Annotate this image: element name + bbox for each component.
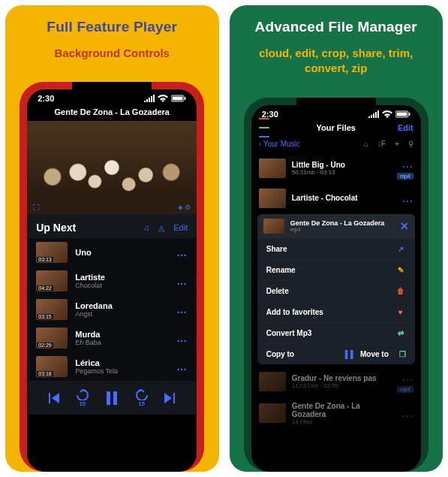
file-title: Little Big - Uno [292,161,391,169]
screen-title: Your Files [317,123,356,132]
action-label: Share [266,245,287,253]
video-area[interactable]: ⛶ ◈ ⚙ [27,121,197,214]
next-track-button[interactable] [163,391,176,405]
format-badge: mp4 [397,386,413,393]
screen: 2:30 Gente De Zona - La Gozadera ⛶ ◈ ⚙ U… [27,89,197,472]
prev-track-button[interactable] [47,391,61,405]
queue-sub: Chocolat [75,282,169,289]
search-icon[interactable]: ⚲ [408,140,413,148]
now-playing-bar: Gente De Zona - La Gozadera [27,104,197,121]
skip-back-button[interactable]: 15 [75,388,90,407]
queue-row[interactable]: 03:15LoredanaAngst… [27,295,197,324]
back-crumb[interactable]: ‹ Your Music [259,140,300,148]
airplay-small-icon[interactable]: ◬ [158,223,164,233]
more-icon[interactable]: … [401,370,413,384]
file-row[interactable]: Gradur - Ne reviens pas113.61mb · 03:59…… [251,366,421,397]
wifi-icon [382,110,392,118]
share-icon: ↗ [395,245,406,253]
queue-sub: Angst [75,310,169,318]
more-icon[interactable]: … [176,361,188,373]
file-meta: 50.31mb · 03:13 [292,169,391,176]
copy-to-button[interactable]: Copy to [266,350,336,358]
more-icon[interactable]: … [401,192,413,205]
popup-sub: mp4 [290,227,394,232]
file-row[interactable]: Lartiste - Chocolat… [251,184,421,213]
file-row[interactable]: Little Big - Uno50.31mb · 03:13…mp4 [251,152,421,184]
queue-thumb: 03:13 [36,242,68,263]
action-trash[interactable]: Delete🗑 [257,280,415,301]
queue-title: Lartiste [75,273,169,282]
player-controls: 15 15 [27,381,197,415]
action-label: Convert Mp3 [266,329,312,337]
file-list-bottom: Gradur - Ne reviens pas113.61mb · 03:59…… [251,366,421,430]
queue-sub: Pegamos Tela [75,367,169,375]
queue-title: Lérica [75,358,169,367]
svg-rect-2 [185,97,186,100]
notch [296,98,376,114]
airplay-icon[interactable]: ◈ ⚙ [178,204,191,211]
more-icon[interactable]: … [176,246,188,258]
phone-frame: 2:30 Gente De Zona - La Gozadera ⛶ ◈ ⚙ U… [20,82,204,472]
action-share[interactable]: Share↗ [257,238,415,259]
file-list-top: Little Big - Uno50.31mb · 03:13…mp4Larti… [251,152,421,213]
filter-icon[interactable] [259,118,269,137]
up-next-header: Up Next ♫ ◬ Edit [27,214,197,238]
video-thumbnail [27,121,197,214]
up-next-list: 03:13Uno…04:22LartisteChocolat…03:15Lore… [27,238,197,381]
pause-button[interactable] [104,390,120,406]
status-time: 2:30 [38,94,54,103]
file-thumb [259,158,286,178]
subline: Background Controls [55,46,170,61]
svg-rect-4 [396,112,407,116]
shuffle-icon[interactable]: ♫ [143,223,149,232]
queue-row[interactable]: 03:13Uno… [27,238,197,267]
queue-thumb: 04:22 [36,270,68,291]
queue-thumb: 02:29 [36,328,68,349]
queue-title: Murda [75,330,169,339]
queue-row[interactable]: 02:29MurdaEh Baba… [27,324,197,352]
skip-fwd-button[interactable]: 15 [134,388,149,407]
file-title: Gradur - Ne reviens pas [292,374,391,382]
edit-link[interactable]: Edit [173,223,188,232]
action-label: Add to favorites [266,308,323,316]
action-pencil[interactable]: Rename✎ [257,259,415,280]
edit-link[interactable]: Edit [398,123,413,132]
action-sheet: Gente De Zona - La Gozadera mp4 ✕ Share↗… [257,214,415,364]
now-playing-title: Gente De Zona - La Gozadera [55,107,170,116]
breadcrumb-bar: ‹ Your Music ⌂ ↓F + ⚲ [251,137,421,152]
promo-panel-files: Advanced File Manager cloud, edit, crop,… [230,5,443,472]
more-icon[interactable]: … [176,275,188,287]
home-icon[interactable]: ⌂ [364,140,368,148]
queue-title: Uno [75,248,169,257]
file-thumb [259,372,286,391]
more-icon[interactable]: … [176,332,188,344]
wifi-icon [158,95,168,102]
action-heart[interactable]: Add to favorites♥ [257,301,415,322]
queue-sub: Eh Baba [75,339,169,346]
battery-icon [395,110,410,118]
more-icon[interactable]: … [176,303,188,315]
move-to-button[interactable]: ▌▌Move to❐ [336,350,406,358]
more-icon[interactable]: … [401,157,413,171]
screen: 2:30 Your Files Edit ‹ Your Music ⌂ ↓F [251,105,421,472]
up-next-label: Up Next [36,222,76,234]
heart-icon: ♥ [395,308,406,316]
popup-title: Gente De Zona - La Gozadera [290,219,394,227]
queue-row[interactable]: 03:18LéricaPegamos Tela… [27,352,197,381]
file-row[interactable]: Gente De Zona - La Gozadera14 Files… [251,397,421,430]
fullscreen-icon[interactable]: ⛶ [33,204,40,211]
convert-icon: ⇄ [395,329,406,337]
headline: Full Feature Player [47,19,177,35]
add-icon[interactable]: + [395,140,399,148]
queue-thumb: 03:18 [36,356,68,377]
more-icon[interactable]: … [401,406,413,420]
file-thumb [259,189,286,208]
queue-thumb: 03:15 [36,299,68,320]
queue-row[interactable]: 04:22LartisteChocolat… [27,267,197,295]
action-convert[interactable]: Convert Mp3⇄ [257,322,415,343]
queue-title: Loredana [75,301,169,310]
file-title: Gente De Zona - La Gozadera [292,402,395,418]
file-meta: 14 Files [292,418,395,425]
close-icon[interactable]: ✕ [400,220,409,232]
sort-icon[interactable]: ↓F [377,140,386,148]
